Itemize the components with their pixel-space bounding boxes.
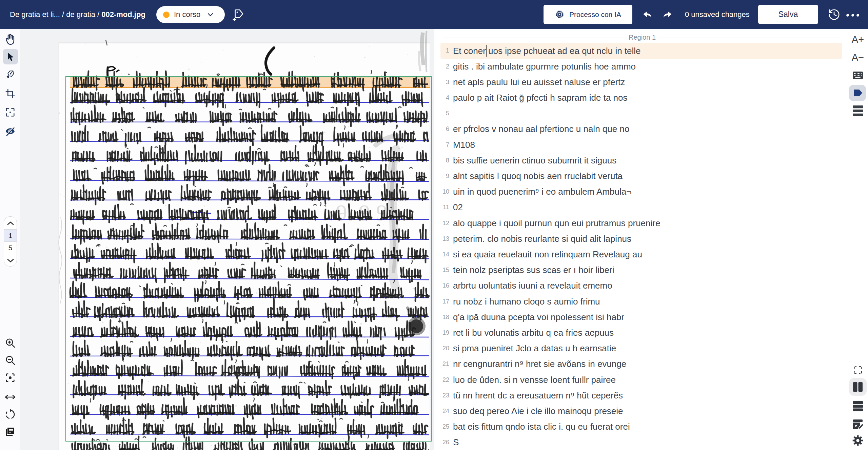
svg-text:9. 9 9: 9. 9 9: [336, 200, 388, 226]
